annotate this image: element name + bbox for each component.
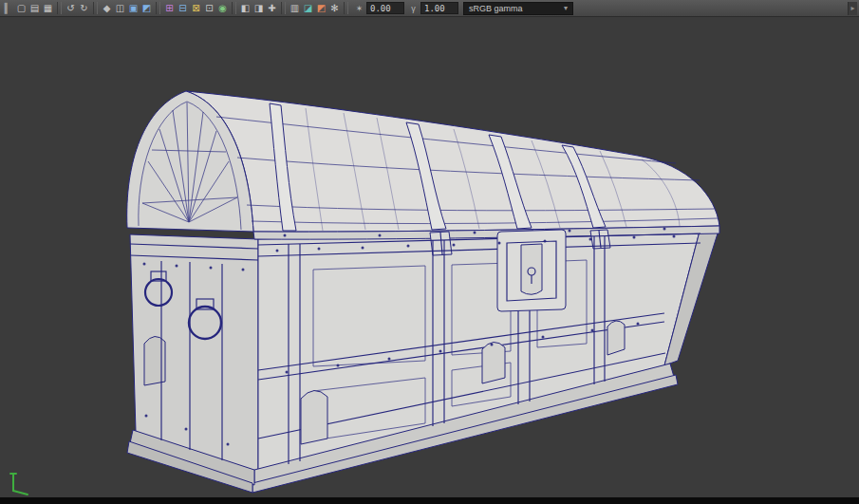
render-frame-icon[interactable]: ◪ [302,2,314,15]
gamma-field[interactable] [420,2,458,14]
snap-to-point-icon[interactable]: ⊠ [190,2,202,15]
lock-plate [497,230,566,311]
chest-wireframe-model[interactable] [127,91,719,493]
maya-window: ▍▢▤▦↺↻◆◫▣◩⊞⊟⊠⊡◉◧◨✚▥◪◩✻ ✶ γ sRGB gamma ▾ … [0,0,859,504]
toolbar-collapse-icon[interactable]: ▸ [848,2,857,15]
toolbar-separator [93,2,98,14]
toolbar-separator [57,2,62,14]
snap-to-curve-icon[interactable]: ⊟ [177,2,189,15]
status-line-toolbar: ▍▢▤▦↺↻◆◫▣◩⊞⊟⊠⊡◉◧◨✚▥◪◩✻ ✶ γ sRGB gamma ▾ … [0,0,859,17]
component-mode-icon[interactable]: ◩ [140,2,153,15]
exposure-icon: ✶ [354,4,364,13]
snap-to-plane-icon[interactable]: ⊡ [203,2,215,15]
hierarchy-mode-icon[interactable]: ◫ [114,2,126,15]
exposure-control: ✶ [354,2,404,14]
viewport-canvas[interactable] [0,17,859,504]
toolbar-separator [156,2,160,14]
construction-history-icon[interactable]: ✚ [266,2,278,15]
toolbar-handle-icon[interactable]: ▍ [2,2,14,15]
toolbar-icons: ▍▢▤▦↺↻◆◫▣◩⊞⊟⊠⊡◉◧◨✚▥◪◩✻ [2,2,350,15]
gamma-control: γ [408,2,458,14]
output-connections-icon[interactable]: ◨ [252,2,265,15]
exposure-field[interactable] [366,2,404,14]
viewport-panel[interactable] [0,17,859,504]
undo-icon[interactable]: ↺ [65,2,77,15]
save-scene-icon[interactable]: ▦ [42,2,54,15]
render-settings-icon[interactable]: ✻ [328,2,341,15]
chevron-down-icon: ▾ [564,4,568,12]
view-transform-dropdown[interactable]: sRGB gamma ▾ [463,2,573,15]
object-mode-icon[interactable]: ▣ [127,2,140,15]
make-live-icon[interactable]: ◉ [216,2,229,15]
view-axis-gizmo[interactable] [10,474,28,495]
snap-to-grid-icon[interactable]: ⊞ [163,2,176,15]
view-transform-value: sRGB gamma [469,4,523,13]
gamma-icon: γ [408,4,419,13]
new-scene-icon[interactable]: ▢ [15,2,28,15]
toolbar-separator [281,2,286,14]
render-view-icon[interactable]: ▥ [289,2,301,15]
ipr-render-icon[interactable]: ◩ [315,2,327,15]
redo-icon[interactable]: ↻ [78,2,90,15]
viewport-bottom-bar [0,497,859,504]
selection-mask-icon[interactable]: ◆ [101,2,113,15]
toolbar-separator [232,2,236,14]
toolbar-separator [344,2,348,14]
input-connections-icon[interactable]: ◧ [239,2,252,15]
open-scene-icon[interactable]: ▤ [28,2,41,15]
